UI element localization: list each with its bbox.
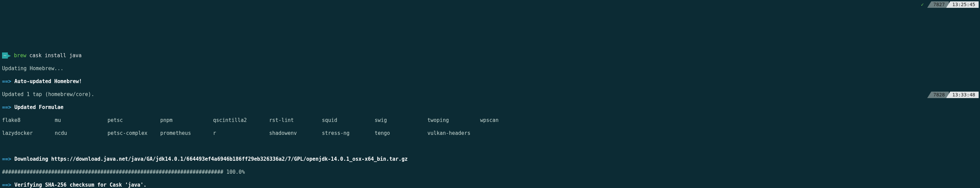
status-bar-bottom: 7828 13:33:48 — [927, 92, 978, 98]
arrow-icon: ==> — [2, 104, 11, 110]
formulae-row: lazydockerncdupetsc-complexprometheusrsh… — [2, 130, 980, 137]
prompt-separator-icon: ▶ — [8, 53, 11, 59]
status-time: 13:33:48 — [946, 92, 978, 98]
output-line: ==> Verifying SHA-256 checksum for Cask … — [2, 182, 980, 188]
prompt-line[interactable]: ~▶ brew cask install java — [2, 53, 980, 59]
arrow-icon: ==> — [2, 156, 11, 162]
status-number: 7827 — [927, 2, 949, 8]
progress-line: ########################################… — [2, 169, 980, 175]
command-name: brew — [14, 53, 26, 59]
output-line: ==> Downloading https://download.java.ne… — [2, 156, 980, 163]
prompt-path: ~ — [2, 53, 8, 59]
status-time: 13:25:45 — [946, 2, 978, 8]
formulae-row: flake8mupetscpnpmqscintilla2rst-lintsqui… — [2, 117, 980, 124]
output-line: ==> Updated Formulae — [2, 104, 980, 111]
status-number: 7828 — [927, 92, 949, 98]
check-icon: ✓ — [921, 2, 924, 8]
status-bar-top: ✓ 7827 13:25:45 — [921, 2, 978, 8]
command-args: cask install java — [29, 53, 82, 59]
blank-line — [2, 143, 980, 150]
output-line: Updated 1 tap (homebrew/core). — [2, 91, 980, 98]
output-line: Updating Homebrew... — [2, 65, 980, 72]
arrow-icon: ==> — [2, 182, 11, 188]
output-line: ==> Auto-updated Homebrew! — [2, 78, 980, 85]
arrow-icon: ==> — [2, 78, 11, 84]
